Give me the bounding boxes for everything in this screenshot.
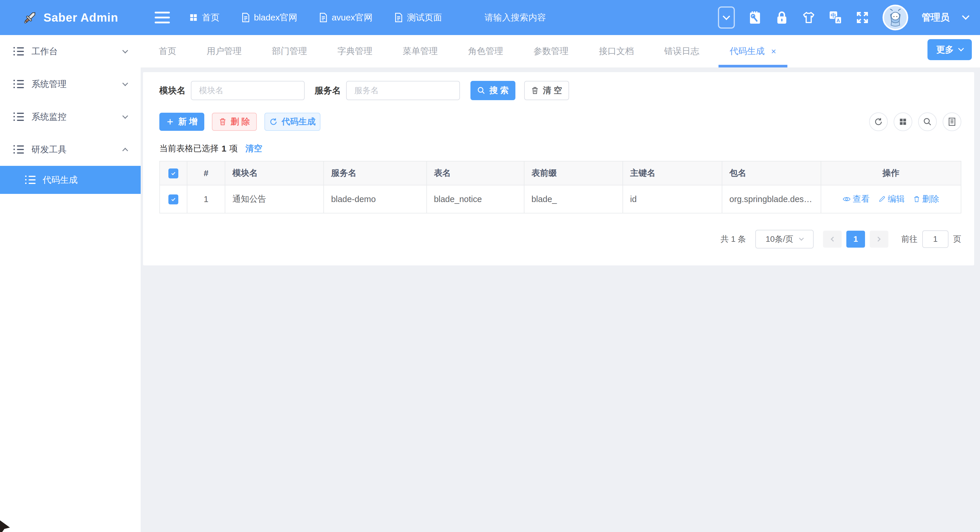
table-header-row: # 模块名 服务名 表名 表前缀 主键名 包名 操作: [160, 161, 961, 185]
tab-menu-management[interactable]: 菜单管理: [388, 35, 453, 67]
check-icon: [170, 196, 176, 202]
add-button[interactable]: 新 增: [159, 113, 204, 131]
user-name[interactable]: 管理员: [922, 11, 950, 24]
menu-list-icon: [25, 175, 36, 184]
column-header-package: 包名: [722, 161, 821, 185]
more-tabs-button[interactable]: 更多: [928, 39, 972, 60]
sidebar-collapse-button[interactable]: [155, 12, 170, 23]
goto-page-input[interactable]: [922, 230, 948, 248]
sidebar-item-workbench[interactable]: 工作台: [0, 35, 141, 68]
tab-error-log[interactable]: 错误日志: [649, 35, 714, 67]
sidebar-item-code-generation[interactable]: 代码生成: [0, 166, 141, 194]
column-header-module: 模块名: [225, 161, 324, 185]
cell-index: 1: [187, 185, 225, 213]
chevron-down-icon: [122, 80, 128, 86]
pagination: 共 1 条 10条/页 1 前往 页: [159, 230, 961, 248]
user-avatar[interactable]: [883, 5, 908, 30]
pagination-total: 共 1 条: [721, 234, 746, 245]
module-name-input[interactable]: [191, 81, 305, 100]
crud-card: 模块名 服务名 搜 索 清 空: [143, 72, 974, 265]
cell-service: blade-demo: [324, 185, 426, 213]
page-size-select[interactable]: 10条/页: [755, 230, 814, 248]
goto-page: 前往 页: [901, 230, 961, 248]
check-icon: [170, 170, 176, 176]
tab-user-management[interactable]: 用户管理: [191, 35, 257, 67]
sidebar-item-dev-tools[interactable]: 研发工具: [0, 133, 141, 166]
tabs: 首页 用户管理 部门管理 字典管理 菜单管理 角色管理 参数管理 接口文档 错误…: [143, 35, 791, 67]
saber-logo-icon: [22, 10, 38, 25]
topnav-avuex[interactable]: avuex官网: [312, 0, 380, 35]
topnav-home[interactable]: 首页: [181, 0, 227, 35]
log-button[interactable]: [943, 112, 961, 131]
tab-api-docs[interactable]: 接口文档: [584, 35, 649, 67]
top-navigation: 首页 bladex官网 avuex官网 测试页面: [181, 0, 449, 35]
delete-link[interactable]: 删除: [913, 193, 939, 205]
table-row: 1 通知公告 blade-demo blade_notice blade_ id…: [160, 185, 961, 213]
chevron-up-icon: [122, 148, 128, 154]
tab-code-generation[interactable]: 代码生成 ×: [714, 35, 791, 67]
fullscreen-button[interactable]: [856, 11, 869, 24]
fullscreen-icon: [856, 11, 869, 24]
clear-button[interactable]: 清 空: [524, 81, 569, 100]
plus-icon: [166, 118, 174, 126]
tab-dictionary-management[interactable]: 字典管理: [322, 35, 388, 67]
sidebar-item-system-management[interactable]: 系统管理: [0, 68, 141, 100]
row-actions: 查看 编辑: [828, 193, 954, 205]
tab-bar: 首页 用户管理 部门管理 字典管理 菜单管理 角色管理 参数管理 接口文档 错误…: [141, 35, 980, 68]
main-area: 首页 用户管理 部门管理 字典管理 菜单管理 角色管理 参数管理 接口文档 错误…: [141, 35, 980, 532]
chevron-down-icon: [958, 46, 964, 51]
avatar-character: [886, 8, 905, 27]
global-search-input[interactable]: [484, 13, 610, 22]
selection-suffix: 项: [229, 143, 238, 155]
refresh-table-button[interactable]: [869, 112, 888, 131]
clear-selection-link[interactable]: 清空: [245, 143, 262, 155]
code-generate-button[interactable]: 代码生成: [264, 113, 320, 131]
view-link[interactable]: 查看: [843, 193, 870, 205]
user-menu-chevron-icon[interactable]: [962, 12, 969, 19]
tab-parameter-management[interactable]: 参数管理: [518, 35, 584, 67]
search-collapse-button[interactable]: [718, 6, 735, 29]
search-button[interactable]: 搜 索: [471, 81, 515, 100]
header-actions: 中 A 管理员: [718, 5, 980, 30]
toolbar-row: 新 增 删 除 代码生成: [159, 112, 961, 131]
tool-button[interactable]: [748, 11, 762, 24]
toggle-search-button[interactable]: [918, 112, 937, 131]
refresh-icon: [874, 117, 883, 126]
trash-icon: [531, 86, 539, 95]
sidebar-item-system-monitor[interactable]: 系统监控: [0, 100, 141, 133]
document-icon: [242, 13, 250, 22]
translate-icon: 中 A: [829, 11, 842, 24]
select-all-checkbox[interactable]: [169, 169, 178, 178]
sidebar-item-label: 研发工具: [32, 144, 67, 156]
topnav-test-page[interactable]: 测试页面: [387, 0, 449, 35]
theme-shirt-icon: [802, 11, 815, 24]
topnav-bladex[interactable]: bladex官网: [234, 0, 305, 35]
sidebar-item-label: 系统监控: [32, 111, 67, 123]
lock-button[interactable]: [775, 11, 789, 24]
next-page-button[interactable]: [870, 231, 888, 248]
cell-prefix: blade_: [524, 185, 623, 213]
close-tab-icon[interactable]: ×: [771, 46, 776, 56]
column-settings-button[interactable]: [894, 112, 912, 131]
tab-home[interactable]: 首页: [143, 35, 191, 67]
goto-suffix: 页: [953, 234, 961, 245]
refresh-icon: [269, 118, 278, 126]
current-page-button[interactable]: 1: [846, 231, 865, 248]
pencil-icon: [878, 196, 885, 202]
service-name-input[interactable]: [346, 81, 460, 100]
tab-role-management[interactable]: 角色管理: [453, 35, 518, 67]
edit-link[interactable]: 编辑: [878, 193, 905, 205]
translate-button[interactable]: 中 A: [829, 11, 842, 24]
chevron-down-icon: [122, 48, 128, 53]
column-header-actions: 操作: [821, 161, 961, 185]
filter-row: 模块名 服务名 搜 索 清 空: [159, 81, 961, 100]
column-header-index: #: [187, 161, 225, 185]
tab-department-management[interactable]: 部门管理: [257, 35, 322, 67]
prev-page-button[interactable]: [823, 231, 842, 248]
topnav-bladex-label: bladex官网: [254, 12, 297, 24]
trash-icon: [913, 196, 920, 202]
delete-button[interactable]: 删 除: [212, 113, 257, 131]
search-icon: [477, 86, 485, 95]
row-checkbox[interactable]: [169, 194, 178, 204]
theme-button[interactable]: [802, 11, 815, 24]
